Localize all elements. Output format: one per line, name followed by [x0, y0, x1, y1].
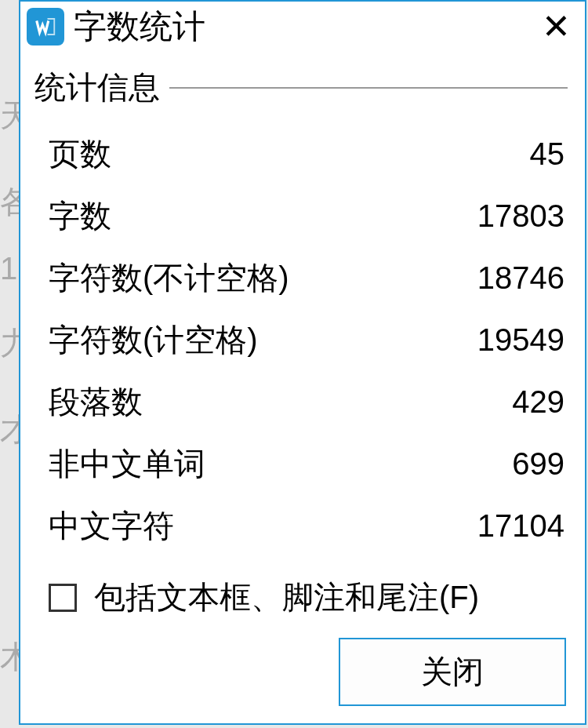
stat-label: 页数 [49, 133, 530, 176]
stat-row-words: 字数 17803 [34, 185, 568, 247]
stat-value: 429 [512, 384, 564, 420]
stat-row-paragraphs: 段落数 429 [34, 371, 568, 433]
stat-row-cn-chars: 中文字符 17104 [34, 495, 568, 557]
stat-value: 17803 [477, 198, 564, 234]
dialog-title: 字数统计 [74, 5, 535, 49]
titlebar: 字数统计 ✕ [20, 2, 585, 52]
include-footnotes-row: 包括文本框、脚注和尾注(F) [34, 557, 568, 619]
stat-value: 17104 [477, 508, 564, 544]
stat-value: 18746 [477, 260, 564, 296]
word-count-dialog: 字数统计 ✕ 统计信息 页数 45 字数 17803 字符数(不计空格) 187… [19, 0, 586, 725]
stat-row-chars-space: 字符数(计空格) 19549 [34, 309, 568, 371]
close-icon[interactable]: ✕ [535, 9, 577, 44]
close-button[interactable]: 关闭 [339, 638, 566, 706]
divider-line [169, 87, 568, 89]
section-header: 统计信息 [34, 66, 568, 109]
stat-label: 字符数(计空格) [49, 318, 477, 362]
dialog-content: 统计信息 页数 45 字数 17803 字符数(不计空格) 18746 字符数(… [20, 52, 585, 619]
app-icon [27, 8, 64, 46]
checkbox-label: 包括文本框、脚注和尾注(F) [94, 576, 479, 619]
stat-value: 45 [530, 136, 565, 172]
stat-value: 19549 [477, 322, 564, 358]
stat-value: 699 [512, 446, 564, 482]
stat-row-chars-nospace: 字符数(不计空格) 18746 [34, 247, 568, 309]
include-footnotes-checkbox[interactable] [49, 584, 77, 612]
stat-label: 字数 [49, 195, 477, 238]
stat-label: 字符数(不计空格) [49, 257, 477, 300]
stat-label: 段落数 [49, 380, 512, 424]
stat-label: 非中文单词 [49, 442, 512, 486]
stat-row-noncn-words: 非中文单词 699 [34, 433, 568, 495]
stat-label: 中文字符 [49, 504, 477, 548]
dialog-footer: 关闭 [339, 638, 566, 706]
section-title: 统计信息 [34, 66, 160, 109]
stat-row-pages: 页数 45 [34, 123, 568, 185]
